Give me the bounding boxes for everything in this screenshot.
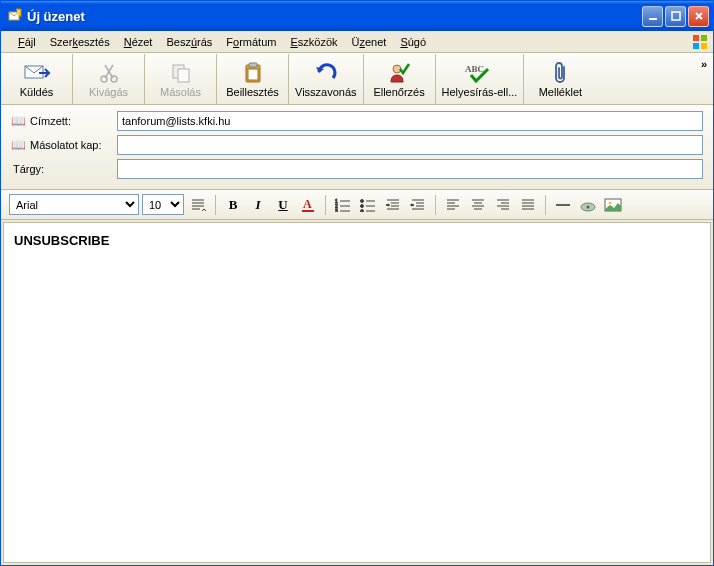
windows-logo-icon	[691, 33, 709, 51]
bullet-list-button[interactable]	[357, 194, 379, 216]
undo-label: Visszavonás	[295, 86, 357, 98]
separator	[325, 195, 326, 215]
separator	[435, 195, 436, 215]
svg-text:A: A	[303, 197, 312, 211]
svg-rect-4	[701, 35, 707, 41]
check-names-icon	[387, 61, 411, 85]
insert-hr-button[interactable]	[552, 194, 574, 216]
minimize-button[interactable]	[642, 6, 663, 27]
compose-window: Új üzenet FájlSzerkesztésNézetBeszúrásFo…	[0, 0, 714, 566]
addressbook-icon: 📖	[11, 138, 26, 152]
menu-item[interactable]: Nézet	[117, 34, 160, 50]
menu-item[interactable]: Súgó	[393, 34, 433, 50]
svg-point-23	[361, 204, 364, 207]
indent-button[interactable]	[407, 194, 429, 216]
send-icon	[23, 61, 51, 85]
align-center-button[interactable]	[467, 194, 489, 216]
svg-point-15	[393, 65, 401, 73]
copy-icon	[170, 61, 192, 85]
menu-item[interactable]: Szerkesztés	[43, 34, 117, 50]
maximize-button[interactable]	[665, 6, 686, 27]
svg-rect-6	[701, 43, 707, 49]
bold-button[interactable]: B	[222, 194, 244, 216]
app-icon	[7, 8, 23, 24]
align-left-button[interactable]	[442, 194, 464, 216]
menu-item[interactable]: Fájl	[11, 34, 43, 50]
numbered-list-button[interactable]: 123	[332, 194, 354, 216]
attach-icon	[552, 61, 568, 85]
svg-rect-5	[693, 43, 699, 49]
menu-item[interactable]: Beszúrás	[159, 34, 219, 50]
align-right-button[interactable]	[492, 194, 514, 216]
separator	[545, 195, 546, 215]
font-family-select[interactable]: Arial	[9, 194, 139, 215]
font-color-button[interactable]: A	[297, 194, 319, 216]
spellcheck-icon: ABC	[464, 61, 494, 85]
check-names-button[interactable]: Ellenőrzés	[364, 54, 436, 104]
toolbar-overflow[interactable]: »	[695, 54, 713, 104]
attach-label: Melléklet	[539, 86, 582, 98]
svg-rect-11	[178, 69, 189, 82]
svg-rect-3	[693, 35, 699, 41]
underline-button[interactable]: U	[272, 194, 294, 216]
cc-input[interactable]	[117, 135, 703, 155]
send-label: Küldés	[20, 86, 54, 98]
font-size-select[interactable]: 10	[142, 194, 184, 215]
paste-label: Beillesztés	[226, 86, 279, 98]
titlebar: Új üzenet	[1, 1, 713, 31]
copy-label: Másolás	[160, 86, 201, 98]
spellcheck-button[interactable]: ABC Helyesírás-ell...	[436, 54, 525, 104]
svg-rect-13	[249, 63, 257, 67]
to-row: 📖 Címzett:	[11, 111, 703, 131]
spellcheck-label: Helyesírás-ell...	[442, 86, 518, 98]
svg-point-9	[111, 76, 117, 82]
menu-item[interactable]: Formátum	[219, 34, 283, 50]
outdent-button[interactable]	[382, 194, 404, 216]
cut-label: Kivágás	[89, 86, 128, 98]
svg-point-24	[361, 209, 364, 212]
undo-icon	[313, 61, 339, 85]
undo-button[interactable]: Visszavonás	[289, 54, 364, 104]
addressbook-icon: 📖	[11, 114, 26, 128]
copy-button[interactable]: Másolás	[145, 54, 217, 104]
main-toolbar: Küldés Kivágás Másolás	[1, 53, 713, 105]
message-headers: 📖 Címzett: 📖 Másolatot kap: Tárgy:	[1, 105, 713, 190]
svg-rect-18	[302, 210, 314, 212]
svg-point-27	[587, 205, 590, 208]
body-container: UNSUBSCRIBE	[3, 222, 711, 563]
menu-item[interactable]: Eszközök	[283, 34, 344, 50]
svg-text:ABC: ABC	[465, 64, 484, 74]
cc-row: 📖 Másolatot kap:	[11, 135, 703, 155]
svg-point-29	[609, 201, 612, 204]
attach-button[interactable]: Melléklet	[524, 54, 596, 104]
svg-rect-25	[556, 204, 570, 206]
subject-input[interactable]	[117, 159, 703, 179]
insert-image-button[interactable]	[602, 194, 624, 216]
svg-text:3: 3	[335, 208, 338, 212]
subject-label: Tárgy:	[11, 163, 111, 175]
insert-link-button[interactable]	[577, 194, 599, 216]
cut-icon	[98, 61, 120, 85]
window-title: Új üzenet	[27, 9, 642, 24]
cut-button[interactable]: Kivágás	[73, 54, 145, 104]
message-body[interactable]: UNSUBSCRIBE	[4, 223, 710, 562]
svg-point-8	[101, 76, 107, 82]
svg-rect-2	[672, 12, 680, 20]
menubar: FájlSzerkesztésNézetBeszúrásFormátumEszk…	[1, 31, 713, 53]
cc-label[interactable]: 📖 Másolatot kap:	[11, 138, 111, 152]
align-justify-button[interactable]	[517, 194, 539, 216]
send-button[interactable]: Küldés	[1, 54, 73, 104]
menu-item[interactable]: Üzenet	[345, 34, 394, 50]
svg-rect-14	[248, 69, 258, 80]
to-label[interactable]: 📖 Címzett:	[11, 114, 111, 128]
format-toolbar: Arial 10 B I U A 123	[1, 190, 713, 220]
to-input[interactable]	[117, 111, 703, 131]
paragraph-style-button[interactable]	[187, 194, 209, 216]
paste-button[interactable]: Beillesztés	[217, 54, 289, 104]
italic-button[interactable]: I	[247, 194, 269, 216]
svg-point-22	[361, 199, 364, 202]
close-button[interactable]	[688, 6, 709, 27]
subject-row: Tárgy:	[11, 159, 703, 179]
paste-icon	[242, 61, 264, 85]
check-names-label: Ellenőrzés	[373, 86, 424, 98]
